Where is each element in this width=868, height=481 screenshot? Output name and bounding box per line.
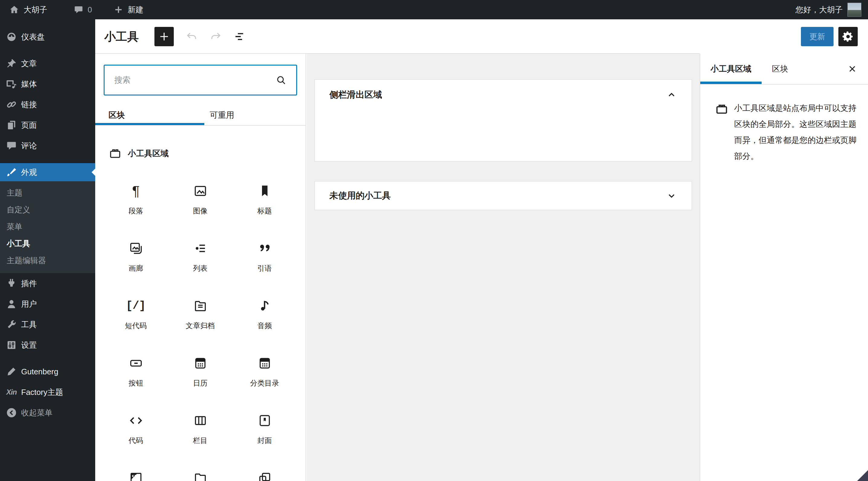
block-item[interactable]: 画廊 [104, 230, 168, 287]
dashboard-icon [5, 31, 18, 43]
home-icon [9, 4, 19, 15]
admin-bar-site-link[interactable]: 大胡子 [0, 0, 54, 19]
block-label: 画廊 [129, 263, 143, 273]
plugin-icon [5, 277, 18, 289]
block-item[interactable] [232, 459, 297, 481]
settings-sidebar: 小工具区域 区块 小工具区域是站点布局中可以支持区块的全局部分。这些区域因主题而… [700, 54, 868, 481]
block-label: 图像 [193, 206, 208, 216]
sidebar-item-plugins[interactable]: 插件 [0, 273, 95, 294]
gallery-icon [128, 241, 144, 256]
block-label: 短代码 [125, 321, 147, 330]
sidebar-item-pages[interactable]: 页面 [0, 115, 95, 135]
inactive-widgets-header[interactable]: 未使用的小工具 [315, 182, 691, 210]
sidebar-item-settings[interactable]: 设置 [0, 335, 95, 355]
menu-label: 工具 [21, 319, 37, 330]
admin-bar-account[interactable]: 您好，大胡子 [796, 3, 868, 17]
sidebar-item-xin-factory-theme[interactable]: Xin Factory主题 [0, 382, 95, 403]
block-grid: ¶ 段落 图像 标题 画廊 [95, 172, 306, 481]
tab-reusable[interactable]: 可重用 [204, 105, 306, 125]
brush-icon [5, 166, 18, 178]
block-item[interactable] [168, 459, 232, 481]
search-box [104, 65, 297, 95]
block-item[interactable]: 按钮 [104, 345, 168, 402]
admin-bar-comments-link[interactable]: 0 [66, 0, 99, 19]
paragraph-icon: ¶ [132, 183, 140, 199]
sidebar-item-gutenberg[interactable]: Gutenberg [0, 361, 95, 382]
block-item[interactable]: ¶ 段落 [104, 172, 168, 230]
audio-icon [257, 298, 273, 314]
search-input[interactable] [114, 75, 275, 85]
block-item[interactable]: 图像 [168, 172, 232, 230]
block-item[interactable]: 分类目录 [232, 345, 297, 402]
menu-label: 媒体 [21, 79, 37, 90]
submenu-item-widgets[interactable]: 小工具 [0, 235, 95, 252]
settings-toggle-button[interactable] [838, 27, 858, 46]
admin-bar-new-link[interactable]: 新建 [106, 0, 151, 19]
redo-button[interactable] [210, 30, 222, 43]
block-category-header: 小工具区域 [95, 147, 306, 160]
list-view-button[interactable] [234, 30, 246, 43]
list-icon [192, 241, 208, 256]
block-item[interactable]: 日历 [168, 345, 232, 402]
plus-icon [114, 5, 123, 14]
widget-area-description: 小工具区域是站点布局中可以支持区块的全局部分。这些区域因主题而异，但通常都是您的… [700, 85, 868, 164]
sidebar-item-users[interactable]: 用户 [0, 294, 95, 314]
widget-area-body[interactable] [315, 110, 691, 161]
menu-label: 链接 [21, 99, 37, 110]
widgets-canvas: 侧栏滑出区域 未使用的小工具 [307, 54, 700, 481]
add-block-icon [158, 31, 170, 42]
block-label: 分类目录 [250, 378, 279, 388]
settings-tabs: 小工具区域 区块 [700, 54, 868, 85]
sidebar-item-media[interactable]: 媒体 [0, 74, 95, 94]
tab-blocks[interactable]: 区块 [95, 105, 204, 125]
sidebar-item-links[interactable]: 链接 [0, 94, 95, 115]
block-item[interactable]: 标题 [232, 172, 297, 230]
sidebar-item-posts[interactable]: 文章 [0, 53, 95, 74]
block-item[interactable]: [/] 短代码 [104, 287, 168, 345]
block-item[interactable]: 音频 [232, 287, 297, 345]
comment-icon [74, 5, 84, 14]
file-icon [192, 470, 208, 481]
block-item[interactable]: 引语 [232, 230, 297, 287]
block-label: 封面 [257, 436, 272, 445]
sidebar-item-comments[interactable]: 评论 [0, 135, 95, 156]
block-item[interactable]: 文章归档 [168, 287, 232, 345]
block-label: 引语 [257, 263, 272, 273]
xin-logo: Xin [5, 386, 18, 398]
block-item[interactable]: 列表 [168, 230, 232, 287]
block-item[interactable]: 封面 [232, 402, 297, 459]
tab-block[interactable]: 区块 [762, 54, 799, 84]
sidebar-item-dashboard[interactable]: 仪表盘 [0, 27, 95, 47]
user-avatar [847, 3, 861, 17]
submenu-item-theme-editor[interactable]: 主题编辑器 [0, 252, 95, 269]
submenu-item-themes[interactable]: 主题 [0, 184, 95, 201]
block-label: 段落 [129, 206, 143, 216]
widget-area-panel-header[interactable]: 侧栏滑出区域 [315, 80, 691, 110]
submenu-item-menus[interactable]: 菜单 [0, 218, 95, 235]
submenu-item-customize[interactable]: 自定义 [0, 201, 95, 218]
close-sidebar-button[interactable] [845, 62, 860, 76]
menu-label: Gutenberg [21, 367, 58, 377]
admin-sidebar: 仪表盘 文章 媒体 链接 页面 评论 [0, 19, 95, 481]
block-item[interactable]: 代码 [104, 402, 168, 459]
block-label: 标题 [257, 206, 272, 216]
categories-icon [257, 355, 273, 371]
user-icon [5, 298, 18, 310]
sidebar-item-collapse-menu[interactable]: 收起菜单 [0, 403, 95, 423]
update-button[interactable]: 更新 [801, 27, 834, 46]
widgets-editor-page: 大胡子 0 新建 您好，大胡子 仪表盘 [0, 0, 868, 481]
comment-icon [5, 139, 18, 152]
undo-button[interactable] [185, 30, 198, 43]
archive-icon [192, 298, 208, 314]
block-label: 列表 [193, 263, 208, 273]
block-label: 代码 [129, 436, 143, 445]
site-name: 大胡子 [24, 4, 47, 15]
add-block-button[interactable] [154, 27, 174, 46]
tab-widget-area[interactable]: 小工具区域 [700, 54, 762, 84]
settings-icon [5, 339, 18, 351]
menu-label: 用户 [21, 299, 37, 310]
block-item[interactable] [104, 459, 168, 481]
block-item[interactable]: 栏目 [168, 402, 232, 459]
sidebar-item-tools[interactable]: 工具 [0, 314, 95, 335]
sidebar-item-appearance[interactable]: 外观 [0, 163, 95, 181]
